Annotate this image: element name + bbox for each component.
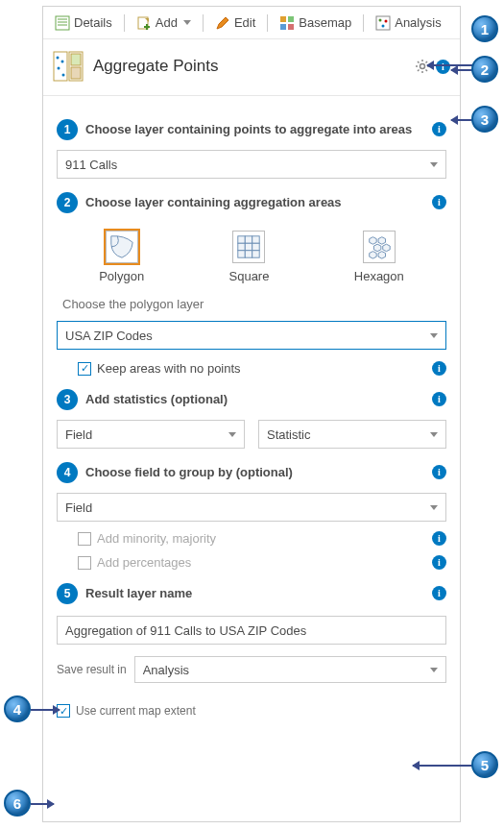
analysis-button[interactable]: Analysis (370, 12, 446, 34)
annotation-bubble-4: 4 (4, 695, 31, 722)
use-extent-label: Use current map extent (76, 704, 446, 718)
analysis-label: Analysis (395, 15, 441, 30)
tool-help-icon[interactable]: i (436, 60, 450, 74)
result-layer-name-input[interactable]: Aggregation of 911 Calls to USA ZIP Code… (57, 616, 446, 645)
annotation-bubble-1: 1 (471, 15, 498, 42)
shape-polygon[interactable]: Polygon (95, 227, 148, 287)
svg-rect-35 (238, 243, 245, 250)
save-folder-select[interactable]: Analysis (134, 656, 446, 683)
shape-hexagon[interactable]: Hexagon (350, 227, 408, 287)
add-caret-icon (183, 20, 191, 25)
svg-rect-36 (246, 243, 252, 250)
minority-majority-label: Add minority, majority (97, 531, 432, 546)
stat-type-value: Statistic (267, 427, 428, 442)
point-layer-select[interactable]: 911 Calls (57, 150, 446, 179)
basemap-button[interactable]: Basemap (274, 12, 357, 34)
annotation-arrow (413, 765, 472, 767)
tool-body: 1 Choose layer containing points to aggr… (43, 96, 460, 723)
annotation-bubble-2: 2 (471, 56, 498, 83)
step-3: 3 Add statistics (optional) i (57, 389, 446, 410)
svg-rect-7 (280, 16, 286, 22)
shape-square[interactable]: Square (226, 227, 274, 287)
step-1: 1 Choose layer containing points to aggr… (57, 119, 446, 140)
annotation-arrow (451, 69, 472, 71)
tool-title: Aggregate Points (93, 57, 415, 76)
chevron-down-icon (430, 668, 438, 672)
map-toolbar: Details Add Edit Basemap (43, 7, 460, 39)
svg-rect-32 (238, 236, 245, 243)
shape-polygon-label: Polygon (99, 269, 144, 283)
annotation-arrow (31, 709, 60, 711)
step-number: 1 (57, 119, 78, 140)
use-extent-row: Use current map extent (57, 704, 446, 718)
keep-empty-checkbox[interactable] (78, 362, 91, 376)
annotation-arrow (31, 803, 54, 805)
minority-majority-help-icon[interactable]: i (432, 531, 446, 546)
tool-header: Aggregate Points i (43, 39, 460, 96)
point-layer-value: 911 Calls (65, 158, 428, 172)
svg-point-13 (385, 19, 388, 22)
percentages-help-icon[interactable]: i (432, 555, 446, 570)
groupby-field-value: Field (65, 500, 428, 515)
svg-point-12 (379, 18, 382, 21)
aggregate-points-icon (53, 51, 84, 82)
step-5-help-icon[interactable]: i (432, 586, 446, 600)
groupby-field-select[interactable]: Field (57, 493, 446, 522)
svg-rect-34 (252, 236, 259, 243)
svg-point-17 (61, 61, 64, 63)
shape-square-label: Square (229, 269, 270, 283)
step-number: 5 (57, 583, 78, 604)
polygon-layer-select[interactable]: USA ZIP Codes (57, 321, 446, 350)
step-1-help-icon[interactable]: i (432, 122, 446, 136)
edit-label: Edit (234, 15, 255, 30)
analysis-panel: Details Add Edit Basemap (42, 6, 461, 822)
square-grid-icon (232, 231, 265, 263)
keep-empty-row: Keep areas with no points i (78, 361, 446, 376)
svg-point-14 (382, 24, 385, 27)
step-3-help-icon[interactable]: i (432, 392, 446, 406)
chevron-down-icon (430, 505, 438, 510)
svg-rect-8 (288, 16, 294, 22)
stat-field-select[interactable]: Field (57, 420, 245, 449)
step-2-help-icon[interactable]: i (432, 195, 446, 209)
save-result-row: Save result in Analysis (57, 656, 446, 683)
step-4-label: Choose field to group by (optional) (85, 462, 424, 480)
chevron-down-icon (430, 432, 438, 437)
stat-type-select[interactable]: Statistic (258, 420, 446, 449)
step-5-label: Result layer name (85, 583, 424, 601)
add-icon (136, 15, 152, 31)
aggregation-shape-row: Polygon Square Hexagon (57, 227, 446, 287)
annotation-bubble-3: 3 (471, 106, 498, 133)
svg-rect-0 (56, 16, 69, 30)
add-button[interactable]: Add (131, 12, 197, 34)
step-4-help-icon[interactable]: i (432, 465, 446, 479)
svg-marker-42 (378, 237, 385, 244)
save-folder-value: Analysis (143, 663, 428, 677)
polygon-layer-sublabel: Choose the polygon layer (62, 297, 446, 311)
minority-majority-checkbox[interactable] (78, 532, 91, 546)
svg-rect-40 (252, 251, 259, 257)
step-number: 4 (57, 462, 78, 483)
svg-point-23 (420, 64, 425, 69)
toolbar-sep (363, 14, 364, 32)
keep-empty-label: Keep areas with no points (97, 361, 432, 376)
toolbar-sep (267, 14, 268, 32)
svg-marker-43 (373, 244, 380, 251)
shape-hexagon-label: Hexagon (354, 269, 404, 283)
toolbar-sep (203, 14, 204, 32)
step-number: 2 (57, 192, 78, 213)
annotation-bubble-5: 5 (471, 751, 498, 778)
svg-marker-46 (378, 252, 385, 258)
svg-rect-38 (238, 251, 245, 257)
percentages-checkbox[interactable] (78, 556, 91, 570)
svg-rect-9 (280, 24, 286, 30)
minority-majority-row: Add minority, majority i (78, 531, 446, 546)
edit-button[interactable]: Edit (209, 12, 261, 34)
pencil-icon (215, 15, 230, 31)
add-label: Add (156, 15, 178, 30)
details-icon (55, 15, 70, 31)
svg-rect-33 (246, 236, 252, 243)
svg-marker-44 (383, 244, 390, 251)
keep-empty-help-icon[interactable]: i (432, 361, 446, 376)
details-button[interactable]: Details (49, 12, 118, 34)
